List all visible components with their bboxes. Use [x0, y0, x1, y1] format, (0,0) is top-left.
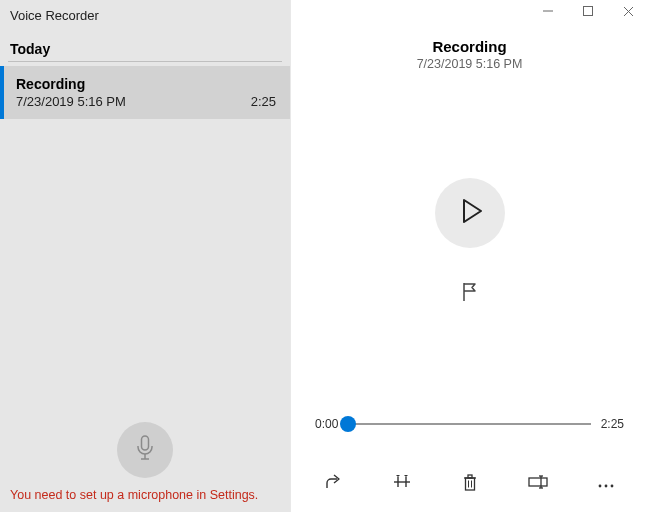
rename-icon [528, 475, 548, 493]
svg-marker-7 [464, 200, 481, 222]
svg-point-24 [604, 485, 607, 488]
seek-bar-row: 0:00 2:25 [291, 416, 648, 432]
sidebar: Voice Recorder Today Recording 7/23/2019… [0, 0, 290, 512]
share-icon [325, 474, 343, 494]
bottom-toolbar [291, 462, 648, 512]
more-button[interactable] [591, 472, 621, 496]
main-panel: Recording 7/23/2019 5:16 PM 0:00 2:25 [291, 0, 648, 512]
recording-header: Recording 7/23/2019 5:16 PM [291, 38, 648, 71]
playback-position: 0:00 [315, 417, 338, 431]
divider [8, 61, 282, 62]
app-title: Voice Recorder [0, 0, 290, 25]
delete-button[interactable] [455, 472, 485, 496]
playback-duration: 2:25 [601, 417, 624, 431]
svg-rect-16 [468, 475, 472, 478]
rename-button[interactable] [523, 472, 553, 496]
seek-slider[interactable] [348, 416, 590, 432]
share-button[interactable] [319, 472, 349, 496]
svg-rect-19 [529, 478, 547, 486]
recording-item-title: Recording [16, 76, 276, 92]
seek-thumb[interactable] [340, 416, 356, 432]
microphone-icon [134, 435, 156, 465]
minimize-button[interactable] [528, 0, 568, 22]
microphone-warning: You need to set up a microphone in Setti… [0, 488, 290, 512]
more-icon [597, 475, 615, 493]
seek-track [348, 423, 590, 425]
maximize-button[interactable] [568, 0, 608, 22]
flag-icon [461, 282, 479, 306]
trim-button[interactable] [387, 472, 417, 496]
trash-icon [463, 474, 477, 495]
selection-accent [0, 66, 4, 119]
svg-point-25 [610, 485, 613, 488]
svg-rect-0 [142, 436, 149, 450]
record-button[interactable] [117, 422, 173, 478]
play-button[interactable] [435, 178, 505, 248]
recording-item-timestamp: 7/23/2019 5:16 PM [16, 94, 126, 109]
recording-list-item[interactable]: Recording 7/23/2019 5:16 PM 2:25 [0, 66, 290, 119]
recording-timestamp: 7/23/2019 5:16 PM [291, 57, 648, 71]
recording-title: Recording [291, 38, 648, 55]
svg-marker-13 [404, 475, 408, 477]
svg-marker-12 [396, 475, 400, 477]
svg-rect-14 [465, 478, 474, 490]
svg-point-23 [598, 485, 601, 488]
titlebar [291, 0, 648, 32]
add-marker-button[interactable] [454, 278, 486, 310]
svg-rect-4 [584, 7, 593, 16]
section-header-today: Today [0, 25, 290, 61]
play-icon [457, 198, 483, 228]
close-button[interactable] [608, 0, 648, 22]
trim-icon [392, 474, 412, 494]
recording-item-duration: 2:25 [251, 94, 276, 109]
